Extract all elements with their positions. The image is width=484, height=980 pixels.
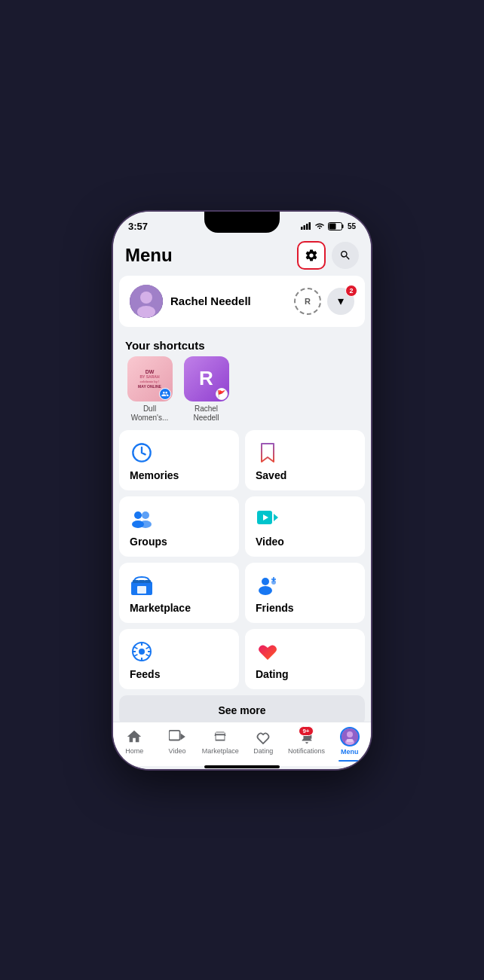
svg-rect-6	[329, 223, 335, 229]
saved-icon	[256, 441, 280, 465]
story-ring[interactable]: R	[294, 288, 321, 315]
svg-point-29	[139, 649, 145, 655]
nav-home-label: Home	[125, 747, 143, 755]
phone-screen: 3:57	[113, 212, 371, 769]
feeds-icon	[130, 640, 154, 664]
profile-dropdown-button[interactable]: ▾ 2	[327, 288, 354, 315]
svg-point-12	[142, 511, 149, 519]
nav-marketplace-label: Marketplace	[202, 747, 239, 755]
nav-menu[interactable]: Menu	[332, 727, 368, 756]
memories-label: Memories	[130, 469, 228, 481]
nav-marketplace-icon	[210, 728, 230, 746]
nav-home[interactable]: Home	[116, 728, 152, 755]
svg-rect-19	[133, 580, 139, 583]
svg-point-37	[347, 731, 353, 737]
shortcut-dw-overlay	[159, 388, 171, 400]
home-indicator	[113, 766, 371, 769]
nav-menu-avatar	[340, 727, 360, 746]
friends-label: Friends	[256, 602, 354, 614]
profile-name: Rachel Needell	[170, 295, 286, 307]
marketplace-label: Marketplace	[130, 602, 228, 614]
video-label: Video	[256, 536, 354, 548]
see-more-button[interactable]: See more	[119, 695, 365, 722]
shortcut-rachel-label: Rachel Needell	[182, 405, 231, 423]
dating-label: Dating	[256, 668, 354, 680]
svg-rect-21	[145, 580, 151, 583]
groups-label: Groups	[130, 536, 228, 548]
menu-feeds[interactable]: Feeds	[119, 629, 239, 689]
menu-video[interactable]: Video	[245, 496, 365, 557]
nav-video-label: Video	[169, 747, 186, 755]
scroll-content[interactable]: Menu	[113, 235, 371, 722]
nav-notifications[interactable]: 9+ Notifications	[288, 728, 325, 755]
nav-dating[interactable]: Dating	[245, 728, 281, 755]
svg-rect-1	[303, 225, 305, 230]
shortcut-dw[interactable]: DW BY SARAH celebrate by ! MAY ONLINE	[125, 356, 174, 423]
svg-rect-34	[169, 730, 179, 740]
battery-icon	[328, 222, 345, 230]
wifi-icon	[314, 222, 325, 230]
svg-point-11	[134, 511, 142, 519]
phone-frame: 3:57	[113, 212, 371, 769]
groups-icon	[130, 507, 154, 531]
notifications-badge: 9+	[299, 726, 313, 736]
nav-dating-label: Dating	[253, 747, 273, 755]
svg-point-9	[137, 306, 155, 318]
profile-card[interactable]: Rachel Needell R ▾ 2	[119, 276, 365, 327]
page-header: Menu	[113, 235, 371, 276]
notch	[204, 212, 280, 233]
battery-percent: 55	[348, 222, 356, 230]
svg-point-23	[262, 578, 269, 585]
nav-menu-label: Menu	[341, 748, 359, 756]
svg-point-24	[259, 586, 272, 595]
menu-saved[interactable]: Saved	[245, 430, 365, 490]
bottom-nav: Home Video Marketplace	[113, 722, 371, 766]
header-actions	[297, 241, 359, 270]
svg-rect-22	[137, 586, 146, 594]
svg-marker-35	[180, 733, 185, 740]
nav-dating-icon	[253, 728, 273, 746]
svg-point-8	[140, 292, 152, 304]
page-title: Menu	[125, 245, 173, 266]
saved-label: Saved	[256, 469, 354, 481]
svg-rect-0	[301, 227, 303, 230]
menu-marketplace[interactable]: Marketplace	[119, 563, 239, 623]
profile-actions: R ▾ 2	[294, 288, 354, 315]
search-icon	[339, 249, 351, 261]
shortcuts-row: DW BY SARAH celebrate by ! MAY ONLINE	[113, 356, 371, 430]
friends-icon	[256, 573, 280, 597]
video-icon	[256, 507, 280, 531]
nav-video[interactable]: Video	[159, 728, 195, 755]
svg-marker-16	[274, 514, 278, 521]
marketplace-icon	[130, 573, 154, 597]
dating-icon	[256, 640, 280, 664]
search-button[interactable]	[332, 242, 359, 269]
shortcuts-label: Your shortcuts	[113, 333, 371, 356]
status-icons: 55	[301, 222, 356, 230]
svg-rect-5	[342, 224, 343, 228]
home-icon	[124, 728, 144, 746]
see-more-label: See more	[218, 704, 265, 716]
profile-badge: 2	[345, 285, 357, 297]
signal-icon	[301, 222, 311, 230]
nav-notifications-icon-wrap: 9+	[297, 728, 317, 746]
shortcut-dw-label: Dull Women's...	[125, 405, 174, 423]
nav-marketplace[interactable]: Marketplace	[202, 728, 239, 755]
menu-memories[interactable]: Memories	[119, 430, 239, 490]
settings-button[interactable]	[297, 241, 326, 270]
shortcuts-section: Your shortcuts DW BY SARAH celebrate by …	[113, 333, 371, 430]
menu-dating[interactable]: Dating	[245, 629, 365, 689]
menu-groups[interactable]: Groups	[119, 496, 239, 557]
svg-rect-2	[306, 224, 308, 230]
menu-grid: Memories	[113, 430, 371, 695]
svg-rect-20	[139, 580, 145, 583]
feeds-label: Feeds	[130, 668, 228, 680]
gear-icon	[305, 249, 318, 262]
shortcut-rachel-overlay: 🚩	[216, 388, 228, 400]
nav-notifications-label: Notifications	[288, 747, 325, 755]
nav-video-icon	[167, 728, 187, 746]
menu-friends[interactable]: Friends	[245, 563, 365, 623]
svg-rect-3	[308, 222, 311, 230]
avatar-image	[130, 285, 163, 318]
shortcut-rachel[interactable]: R 🚩 Rachel Needell	[182, 356, 231, 423]
